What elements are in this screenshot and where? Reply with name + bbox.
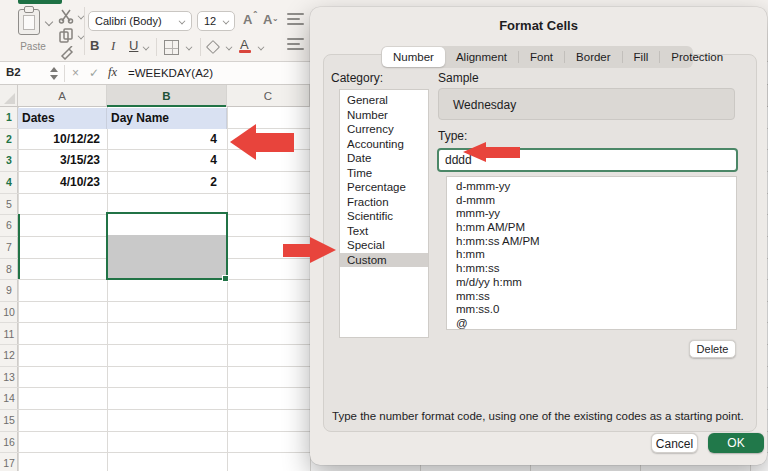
ok-button[interactable]: OK: [708, 433, 764, 453]
category-custom[interactable]: Custom: [340, 253, 428, 268]
font-color-button[interactable]: A: [240, 37, 249, 52]
row-header[interactable]: 15: [0, 410, 18, 432]
category-special[interactable]: Special: [340, 238, 428, 253]
row-header[interactable]: 9: [0, 280, 18, 302]
column-header-c[interactable]: C: [227, 85, 310, 107]
category-general[interactable]: General: [340, 93, 428, 108]
decrease-font-size-button[interactable]: A: [263, 12, 276, 27]
tab-number[interactable]: Number: [382, 47, 445, 67]
font-format-row: B I U A: [0, 36, 300, 60]
type-option[interactable]: mm:ss: [456, 290, 736, 304]
sample-label: Sample: [438, 71, 479, 85]
tab-border[interactable]: Border: [565, 47, 622, 67]
tab-font[interactable]: Font: [519, 47, 564, 67]
fill-handle[interactable]: [222, 275, 229, 282]
row-header[interactable]: 8: [0, 259, 18, 281]
name-box-stepper[interactable]: [50, 67, 58, 80]
row-header[interactable]: 4: [0, 172, 18, 194]
category-currency[interactable]: Currency: [340, 122, 428, 137]
font-name-value: Calibri (Body): [95, 15, 162, 27]
annotation-arrow-cell-b2: [230, 124, 294, 161]
align-icon: [287, 48, 304, 50]
tab-protection[interactable]: Protection: [660, 47, 734, 67]
cancel-entry-icon[interactable]: ×: [72, 66, 79, 80]
row-header[interactable]: 7: [0, 237, 18, 259]
row-header[interactable]: 1: [0, 107, 18, 129]
row-header[interactable]: 10: [0, 302, 18, 324]
insert-function-icon[interactable]: fx: [108, 65, 117, 80]
column-header-b[interactable]: B: [107, 85, 227, 107]
type-option[interactable]: d-mmm: [456, 194, 736, 208]
align-icon: [287, 18, 300, 20]
type-option[interactable]: d-mmm-yy: [456, 180, 736, 194]
category-accounting[interactable]: Accounting: [340, 137, 428, 152]
formula-input[interactable]: =WEEKDAY(A2): [128, 67, 213, 79]
select-all-corner[interactable]: [0, 85, 18, 107]
delete-button[interactable]: Delete: [689, 340, 736, 358]
type-option[interactable]: h:mm:ss: [456, 262, 736, 276]
type-listbox[interactable]: d-mmm-yy d-mmm mmm-yy h:mm AM/PM h:mm:ss…: [446, 176, 737, 330]
align-icon: [287, 23, 304, 25]
font-name-select[interactable]: Calibri (Body): [88, 11, 192, 31]
cell-b4[interactable]: 2: [109, 172, 222, 194]
category-scientific[interactable]: Scientific: [340, 209, 428, 224]
type-option[interactable]: mm:ss.0: [456, 303, 736, 317]
category-time[interactable]: Time: [340, 166, 428, 181]
borders-button[interactable]: [164, 40, 179, 55]
selection-range-b2-b4[interactable]: [106, 212, 228, 280]
cell-a2[interactable]: 10/12/22: [18, 129, 105, 151]
annotation-arrow-type-input: [463, 142, 520, 163]
row-header[interactable]: 6: [0, 215, 18, 237]
row-header[interactable]: 2: [0, 129, 18, 151]
underline-chevron-icon[interactable]: [143, 44, 150, 51]
type-option[interactable]: h:mm:ss AM/PM: [456, 235, 736, 249]
font-color-chevron-icon[interactable]: [258, 44, 265, 51]
cancel-button[interactable]: Cancel: [651, 433, 698, 453]
category-date[interactable]: Date: [340, 151, 428, 166]
cell-a3[interactable]: 3/15/23: [18, 150, 105, 172]
underline-button[interactable]: U: [129, 38, 138, 53]
excel-window: Paste Calibri (Body) 12: [0, 0, 768, 471]
annotation-arrow-custom-category: [283, 237, 336, 264]
increase-font-size-button[interactable]: A: [243, 12, 256, 27]
row-header[interactable]: 14: [0, 388, 18, 410]
category-label: Category:: [331, 71, 383, 85]
cell-b1[interactable]: Day Name: [107, 108, 227, 129]
italic-button[interactable]: I: [111, 38, 115, 54]
name-box[interactable]: B2: [6, 66, 21, 78]
align-icon[interactable]: [287, 13, 304, 15]
borders-chevron-icon[interactable]: [186, 44, 193, 51]
category-number[interactable]: Number: [340, 108, 428, 123]
row-header[interactable]: 11: [0, 324, 18, 346]
type-option[interactable]: m/d/yy h:mm: [456, 276, 736, 290]
cell-b2[interactable]: 4: [109, 129, 222, 151]
cell-b3[interactable]: 4: [109, 150, 222, 172]
row-header[interactable]: 17: [0, 453, 18, 471]
type-option[interactable]: @: [456, 317, 736, 331]
row-header[interactable]: 5: [0, 194, 18, 216]
tab-alignment[interactable]: Alignment: [445, 47, 518, 67]
fill-color-button[interactable]: [206, 40, 220, 54]
category-fraction[interactable]: Fraction: [340, 195, 428, 210]
type-option[interactable]: mmm-yy: [456, 207, 736, 221]
fill-color-chevron-icon[interactable]: [226, 44, 233, 51]
paste-dropdown-chevron-icon[interactable]: [45, 18, 53, 26]
formula-bar-divider: [64, 65, 65, 82]
type-option[interactable]: h:mm AM/PM: [456, 221, 736, 235]
category-percentage[interactable]: Percentage: [340, 180, 428, 195]
confirm-entry-icon[interactable]: ✓: [89, 66, 99, 80]
category-listbox[interactable]: General Number Currency Accounting Date …: [339, 89, 429, 338]
type-option[interactable]: h:mm: [456, 248, 736, 262]
tab-fill[interactable]: Fill: [623, 47, 660, 67]
row-header[interactable]: 16: [0, 432, 18, 454]
row-header[interactable]: 3: [0, 150, 18, 172]
category-text[interactable]: Text: [340, 224, 428, 239]
cell-a1[interactable]: Dates: [18, 108, 107, 129]
cut-icon[interactable]: [58, 8, 74, 24]
cell-a4[interactable]: 4/10/23: [18, 172, 105, 194]
font-size-select[interactable]: 12: [197, 11, 235, 31]
column-header-a[interactable]: A: [18, 85, 107, 107]
row-header[interactable]: 13: [0, 367, 18, 389]
row-header[interactable]: 12: [0, 345, 18, 367]
bold-button[interactable]: B: [90, 38, 99, 53]
